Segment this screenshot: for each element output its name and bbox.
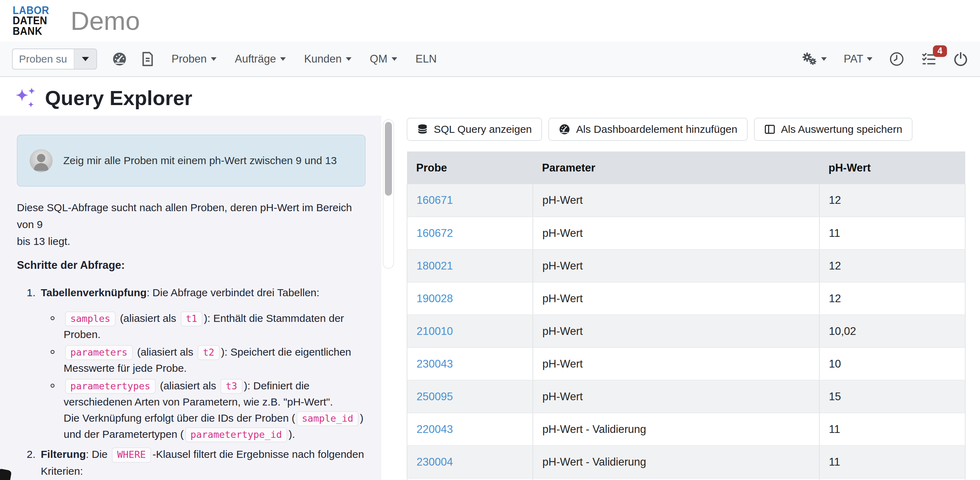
probe-link[interactable]: 210010 [417,325,453,337]
bullet-icon [51,350,54,354]
caret-down-icon [346,57,352,61]
column-header-probe: Probe [407,151,533,184]
navbar-right: PAT 4 [802,52,968,67]
caret-down-icon [867,57,872,61]
clock-icon [889,52,904,67]
inline-code: parameters [65,345,133,360]
table-row: 210010 pH-Wert 10,02 [407,315,965,348]
table-row-partial [407,478,965,480]
brand-line-1: LABOR [13,5,49,16]
steps-heading: Schritte der Abfrage: [17,259,366,272]
inline-code: WHERE [112,447,151,463]
search-scope-dropdown[interactable] [74,48,97,70]
scrollbar-thumb[interactable] [385,122,392,196]
column-header-parameter: Parameter [533,151,819,184]
parameter-cell: pH-Wert [533,348,819,380]
caret-down-icon [211,57,216,61]
step-2-marker: 2. [27,446,41,480]
user-menu-label: PAT [844,53,863,65]
avatar-photo [30,149,53,172]
power-icon [953,52,968,67]
inline-code: t2 [197,345,220,360]
ph-cell: 11 [819,217,965,250]
save-report-button[interactable]: Als Auswertung speichern [754,118,913,141]
sample-search-group [12,48,97,70]
user-menu-button[interactable]: PAT [844,53,872,65]
layout-columns-icon [764,124,775,135]
brand-logo[interactable]: LABOR DATEN BANK [13,5,49,36]
ph-cell: 10 [819,348,965,380]
speedometer-icon [558,123,571,135]
list-item: parametertypes (aliasiert als t3): Defin… [17,378,366,442]
nav-item-auftraege[interactable]: Aufträge [235,53,286,65]
history-button[interactable] [889,52,904,67]
probe-link[interactable]: 250095 [417,390,453,403]
probe-link[interactable]: 160671 [417,194,453,206]
main-navbar: Proben Aufträge Kunden QM ELN PAT [0,41,980,77]
inline-code: parametertypes [65,379,156,394]
screen-corner-artifact [0,469,12,480]
app-title: Demo [71,6,140,36]
logout-button[interactable] [953,52,968,67]
user-message-text: Zeig mir alle Proben mit einem ph-Wert z… [63,155,337,167]
probe-link[interactable]: 230043 [417,358,453,370]
tasks-badge: 4 [933,45,947,57]
page-title-row: Query Explorer [0,77,980,116]
inline-code: samples [65,312,116,326]
sparkles-icon [14,86,37,109]
database-icon [417,123,428,135]
settings-menu-button[interactable] [802,52,827,67]
ph-cell: 12 [819,184,965,217]
ph-cell: 12 [819,282,965,315]
caret-down-icon [391,57,397,61]
speedometer-icon [112,51,127,67]
probe-link[interactable]: 190028 [417,292,453,305]
app-header: LABOR DATEN BANK Demo [0,0,980,41]
caret-down-icon [82,57,89,61]
explanation-intro: Diese SQL-Abfrage sucht nach allen Probe… [17,199,366,250]
user-message-bubble: Zeig mir alle Proben mit einem ph-Wert z… [17,135,366,187]
probe-link[interactable]: 180021 [417,260,453,272]
page-title: Query Explorer [45,86,192,110]
table-row: 160672 pH-Wert 11 [407,217,965,250]
gears-icon [802,52,818,67]
brand-line-3: BANK [13,26,49,36]
table-row: 230004 pH-Wert - Validierung 11 [407,445,965,478]
list-item: parameters (aliasiert als t2): Speichert… [17,344,366,376]
table-row: 220043 pH-Wert - Validierung 11 [407,413,965,445]
probe-link[interactable]: 220043 [417,423,453,435]
parameter-cell: pH-Wert [533,380,819,413]
tasks-button[interactable]: 4 [921,52,936,67]
dashboard-nav-button[interactable] [112,51,127,67]
probe-link[interactable]: 160672 [417,227,453,239]
nav-item-kunden[interactable]: Kunden [304,53,352,65]
nav-item-qm[interactable]: QM [370,53,397,65]
chat-scrollbar [381,116,407,480]
ph-cell: 11 [819,413,965,445]
results-table: Probe Parameter pH-Wert 160671 pH-Wert 1… [407,151,966,480]
ph-cell: 12 [819,250,965,282]
bullet-icon [51,384,54,388]
nav-item-proben[interactable]: Proben [172,53,216,65]
list-item: samples (aliasiert als t1): Enthält die … [17,310,366,343]
ph-cell: 10,02 [819,315,965,348]
column-header-ph: pH-Wert [819,151,965,184]
probe-link[interactable]: 230004 [417,456,453,468]
tables-list: samples (aliasiert als t1): Enthält die … [17,310,366,442]
results-panel: SQL Query anzeigen Als Dashboardelement … [407,116,980,480]
table-row: 190028 pH-Wert 12 [407,282,965,315]
inline-code: parametertype_id [185,427,287,442]
add-dashboard-button[interactable]: Als Dashboardelement hinzufügen [548,118,748,141]
sample-search-input[interactable] [12,48,74,70]
nav-item-eln[interactable]: ELN [415,53,437,65]
step-1-text: Tabellenverknüpfung: Die Abfrage verbind… [41,284,366,301]
user-avatar [30,149,53,172]
documents-nav-button[interactable] [141,51,155,67]
nav-menu: Proben Aufträge Kunden QM ELN [172,53,437,65]
caret-down-icon [821,57,827,61]
table-row: 230043 pH-Wert 10 [407,348,965,380]
table-header-row: Probe Parameter pH-Wert [407,151,965,184]
actions-row: SQL Query anzeigen Als Dashboardelement … [407,118,980,141]
parameter-cell: pH-Wert [533,315,819,348]
show-sql-button[interactable]: SQL Query anzeigen [407,118,542,141]
